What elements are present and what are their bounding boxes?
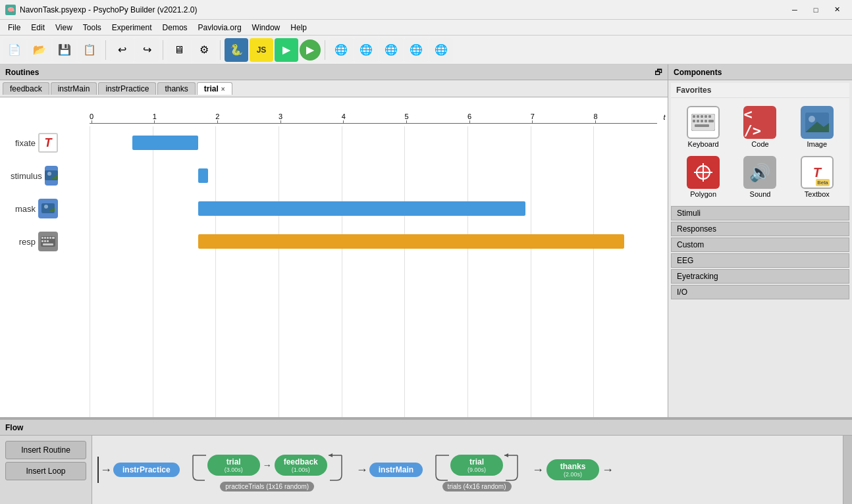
node-thanks[interactable]: thanks (2.00s): [546, 459, 599, 480]
web5-button[interactable]: 🌐: [429, 38, 453, 62]
comp-keyboard[interactable]: Keyboard: [676, 103, 730, 151]
label-mask: mask: [11, 199, 63, 218]
code-icon: < />: [743, 106, 776, 139]
flow-header: Flow: [0, 420, 852, 436]
comp-code[interactable]: < /> Code: [733, 103, 787, 151]
textbox-label: Textbox: [805, 190, 830, 198]
saveas-button[interactable]: 📋: [78, 38, 101, 62]
redo-button[interactable]: ↪: [135, 38, 159, 62]
maximize-button[interactable]: □: [806, 3, 826, 16]
section-eeg-title[interactable]: EEG: [671, 253, 849, 268]
menu-pavlovia[interactable]: Pavlovia.org: [193, 22, 247, 34]
loop-main-right-arrow: [504, 449, 531, 482]
node-instrMain[interactable]: instrMain: [369, 463, 423, 477]
tick-3: 3: [279, 113, 282, 124]
loop-practice-container: trial (3.00s) → feedback (1.00s): [180, 449, 355, 491]
node-instrPractice[interactable]: instrPractice: [113, 463, 180, 477]
thanks-label: thanks: [560, 462, 586, 471]
icon-fixate[interactable]: T: [38, 133, 58, 153]
loop-practice-label: practiceTrials (1x16 random): [220, 482, 314, 491]
sound-icon: 🔊: [743, 156, 776, 189]
settings-button[interactable]: ⚙: [192, 38, 216, 62]
icon-stimulus[interactable]: [45, 166, 58, 186]
menu-edit[interactable]: Edit: [26, 22, 50, 34]
section-eyetracking: Eyetracking: [671, 269, 849, 284]
section-eeg: EEG: [671, 253, 849, 268]
tab-thanks[interactable]: thanks: [157, 82, 195, 95]
toolbar-separator-4: [325, 40, 325, 60]
web3-button[interactable]: 🌐: [379, 38, 403, 62]
svg-rect-13: [44, 240, 46, 242]
section-eyetracking-title[interactable]: Eyetracking: [671, 269, 849, 284]
svg-rect-9: [47, 237, 49, 239]
bar-fixate[interactable]: [132, 136, 198, 150]
menu-window[interactable]: Window: [247, 22, 286, 34]
open-button[interactable]: 📂: [28, 38, 51, 62]
new-button[interactable]: 📄: [3, 38, 26, 62]
menu-tools[interactable]: Tools: [78, 22, 107, 34]
tab-instrPractice[interactable]: instrPractice: [98, 82, 156, 95]
arrow-2: →: [531, 463, 545, 477]
menu-view[interactable]: View: [50, 22, 78, 34]
arrow-trial-feedback: →: [261, 460, 273, 470]
close-button[interactable]: ✕: [827, 3, 847, 16]
trial-practice-sub: (3.00s): [225, 466, 243, 473]
comp-polygon[interactable]: Polygon: [676, 153, 730, 201]
run-button[interactable]: ▶: [300, 39, 321, 61]
flow-scrollbar[interactable]: [843, 436, 852, 504]
arrow-1: →: [355, 463, 369, 477]
web2-button[interactable]: 🌐: [354, 38, 378, 62]
menu-demos[interactable]: Demos: [157, 22, 193, 34]
image-label: Image: [807, 140, 828, 148]
icon-mask[interactable]: [38, 199, 58, 218]
comp-sound[interactable]: 🔊 Sound: [733, 153, 787, 201]
node-trial-main[interactable]: trial (9.00s): [450, 455, 503, 476]
menu-experiment[interactable]: Experiment: [107, 22, 157, 34]
node-instrPractice-label: instrPractice: [122, 465, 171, 474]
routines-header: Routines 🗗: [0, 64, 668, 80]
bar-resp[interactable]: [198, 234, 624, 249]
axis-label: t (sec): [663, 113, 668, 121]
tab-trial[interactable]: trial ×: [197, 82, 232, 95]
tab-feedback-label: feedback: [10, 84, 42, 93]
node-feedback[interactable]: feedback (1.00s): [275, 455, 327, 476]
feedback-label: feedback: [284, 457, 318, 466]
web1-button[interactable]: 🌐: [329, 38, 353, 62]
section-responses-title[interactable]: Responses: [671, 222, 849, 236]
node-trial-practice[interactable]: trial (3.00s): [207, 455, 260, 476]
loop-left-arrow: [180, 449, 206, 482]
icon-resp[interactable]: [38, 232, 58, 251]
js-button[interactable]: JS: [250, 38, 273, 62]
save-button[interactable]: 💾: [53, 38, 76, 62]
components-title: Components: [674, 68, 722, 77]
minimize-button[interactable]: ─: [785, 3, 805, 16]
menubar: File Edit View Tools Experiment Demos Pa…: [0, 20, 852, 36]
python-button[interactable]: 🐍: [225, 38, 248, 62]
runner-button[interactable]: ▶: [275, 38, 298, 62]
svg-rect-14: [47, 240, 49, 242]
tab-feedback[interactable]: feedback: [3, 82, 49, 95]
section-custom-title[interactable]: Custom: [671, 238, 849, 252]
favorites-grid: Keyboard < /> Code Image: [671, 98, 849, 206]
svg-rect-11: [52, 237, 55, 239]
section-stimuli-title[interactable]: Stimuli: [671, 206, 849, 220]
flow-sidebar: Insert Routine Insert Loop: [0, 436, 92, 504]
menu-help[interactable]: Help: [285, 22, 312, 34]
web4-button[interactable]: 🌐: [404, 38, 428, 62]
insert-routine-button[interactable]: Insert Routine: [5, 441, 86, 459]
monitor-button[interactable]: 🖥: [167, 38, 191, 62]
textbox-icon: T Beta: [801, 156, 834, 189]
comp-image[interactable]: Image: [790, 103, 844, 151]
comp-textbox[interactable]: T Beta Textbox: [790, 153, 844, 201]
svg-point-1: [47, 172, 51, 176]
menu-file[interactable]: File: [3, 22, 26, 34]
routines-panel: Routines 🗗 feedback instrMain instrPract…: [0, 64, 668, 417]
tab-trial-close[interactable]: ×: [221, 86, 225, 93]
bar-stimulus[interactable]: [198, 168, 208, 183]
routines-collapse[interactable]: 🗗: [654, 68, 662, 77]
tab-instrMain[interactable]: instrMain: [51, 82, 97, 95]
section-io-title[interactable]: I/O: [671, 285, 849, 299]
bar-mask[interactable]: [198, 201, 525, 216]
insert-loop-button[interactable]: Insert Loop: [5, 462, 86, 480]
undo-button[interactable]: ↩: [110, 38, 134, 62]
